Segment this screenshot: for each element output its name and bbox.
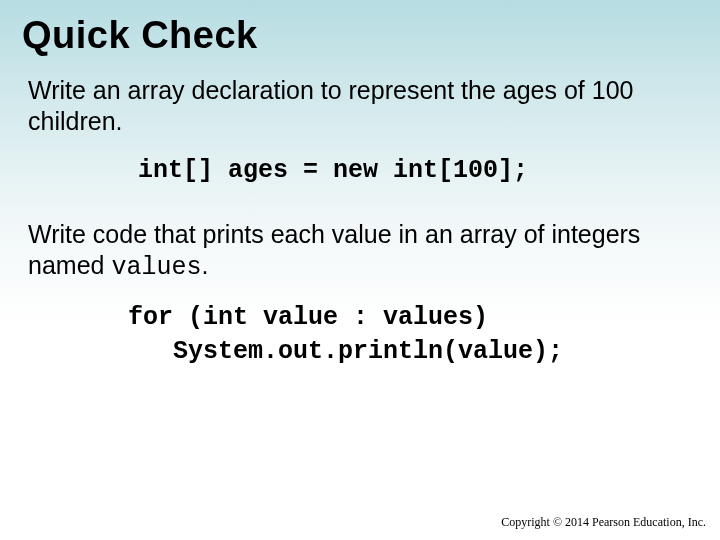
prompt-1: Write an array declaration to represent … <box>28 75 692 138</box>
prompt-2-post: . <box>201 251 208 279</box>
code-answer-2: for (int value : values) System.out.prin… <box>28 301 692 369</box>
copyright-footer: Copyright © 2014 Pearson Education, Inc. <box>501 515 706 530</box>
code-answer-1: int[] ages = new int[100]; <box>28 156 692 185</box>
prompt-2-identifier: values <box>111 253 201 282</box>
prompt-2: Write code that prints each value in an … <box>28 219 692 284</box>
slide-title: Quick Check <box>0 0 720 57</box>
slide-content: Write an array declaration to represent … <box>0 57 720 369</box>
